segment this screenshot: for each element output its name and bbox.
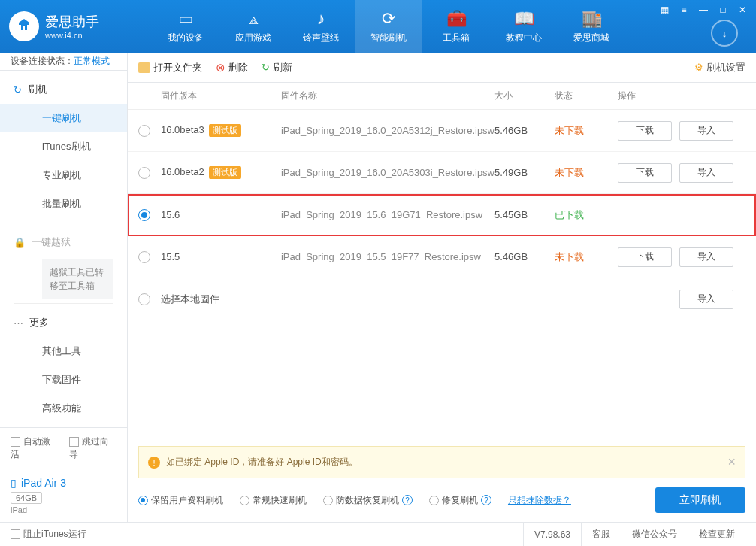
erase-only-link[interactable]: 只想抹除数据？ <box>508 494 571 507</box>
app-title: 爱思助手 <box>45 13 99 31</box>
status-badge: 未下载 <box>555 124 618 138</box>
radio-firmware[interactable] <box>138 251 150 263</box>
download-button[interactable]: 下载 <box>618 163 672 183</box>
app-header: 爱思助手 www.i4.cn ▭我的设备 ⟁应用游戏 ♪铃声壁纸 ⟳智能刷机 🧰… <box>0 0 756 53</box>
logo-icon <box>9 11 39 41</box>
sidebar-item-pro[interactable]: 专业刷机 <box>0 161 127 190</box>
menu-icon[interactable]: ≡ <box>675 3 693 17</box>
open-folder-button[interactable]: 打开文件夹 <box>138 61 202 74</box>
nav-device[interactable]: ▭我的设备 <box>152 0 219 53</box>
device-icon: ▭ <box>176 9 195 29</box>
radio-firmware[interactable] <box>138 167 150 179</box>
download-button[interactable]: 下载 <box>618 121 672 141</box>
nav-apps[interactable]: ⟁应用游戏 <box>219 0 287 53</box>
toolbar: 打开文件夹 ⊗删除 ↻刷新 ⚙刷机设置 <box>128 53 756 83</box>
app-logo: 爱思助手 www.i4.cn <box>9 11 144 41</box>
footer: 阻止iTunes运行 V7.98.63 客服 微信公众号 检查更新 <box>0 522 756 546</box>
status-badge: 未下载 <box>555 166 618 180</box>
wechat-button[interactable]: 微信公众号 <box>621 523 688 547</box>
sidebar-item-oneclick[interactable]: 一键刷机 <box>0 104 127 132</box>
option-anti-recovery[interactable]: 防数据恢复刷机? <box>323 494 413 507</box>
capacity-badge: 64GB <box>11 492 42 504</box>
nav-ringtone[interactable]: ♪铃声壁纸 <box>287 0 355 53</box>
status-mode: 正常模式 <box>74 55 110 68</box>
radio-firmware[interactable] <box>138 209 150 221</box>
device-info[interactable]: ▯iPad Air 3 64GB iPad <box>0 469 127 522</box>
refresh-button[interactable]: ↻刷新 <box>262 61 292 74</box>
main-content: 打开文件夹 ⊗删除 ↻刷新 ⚙刷机设置 固件版本 固件名称 大小 状态 操作 1… <box>128 53 756 522</box>
nav-toolbox[interactable]: 🧰工具箱 <box>422 0 490 53</box>
nav-tutorial[interactable]: 📖教程中心 <box>490 0 558 53</box>
nav-flash[interactable]: ⟳智能刷机 <box>355 0 422 53</box>
option-normal[interactable]: 常规快速刷机 <box>240 494 307 507</box>
firmware-row[interactable]: 15.6iPad_Spring_2019_15.6_19G71_Restore.… <box>128 194 756 236</box>
table-header: 固件版本 固件名称 大小 状态 操作 <box>128 83 756 110</box>
download-button[interactable]: 下载 <box>618 247 672 267</box>
app-url: www.i4.cn <box>45 31 99 40</box>
radio-local[interactable] <box>138 293 150 305</box>
sidebar-jailbreak-heading: 🔒一键越狱 <box>0 228 127 256</box>
status-badge: 未下载 <box>555 250 618 264</box>
gear-icon: ⚙ <box>694 62 703 73</box>
flash-options: 保留用户资料刷机 常规快速刷机 防数据恢复刷机? 修复刷机? 只想抹除数据？ 立… <box>138 487 745 513</box>
option-repair[interactable]: 修复刷机? <box>429 494 491 507</box>
maximize-icon[interactable]: □ <box>714 3 732 17</box>
settings-button[interactable]: ⚙刷机设置 <box>694 61 745 74</box>
option-keep-data[interactable]: 保留用户资料刷机 <box>138 494 223 507</box>
delete-button[interactable]: ⊗删除 <box>216 61 248 74</box>
sidebar-item-itunes[interactable]: iTunes刷机 <box>0 132 127 161</box>
book-icon: 📖 <box>514 9 534 29</box>
sidebar: 设备连接状态： 正常模式 ↻刷机 一键刷机 iTunes刷机 专业刷机 批量刷机… <box>0 53 128 522</box>
apps-icon: ⟁ <box>243 9 263 29</box>
firmware-row[interactable]: 15.5iPad_Spring_2019_15.5_19F77_Restore.… <box>128 236 756 278</box>
jailbreak-note: 越狱工具已转移至工具箱 <box>42 259 113 299</box>
music-icon: ♪ <box>311 9 331 29</box>
sidebar-item-other[interactable]: 其他工具 <box>0 337 127 366</box>
connection-status: 设备连接状态： 正常模式 <box>0 53 127 71</box>
help-icon[interactable]: ? <box>402 495 413 505</box>
window-controls: ▦ ≡ — □ ✕ <box>655 3 751 17</box>
import-local-button[interactable]: 导入 <box>679 290 733 309</box>
beta-badge: 测试版 <box>209 124 241 137</box>
import-button[interactable]: 导入 <box>679 121 733 141</box>
import-button[interactable]: 导入 <box>679 163 733 183</box>
delete-icon: ⊗ <box>216 61 225 74</box>
download-progress-icon[interactable]: ↓ <box>711 20 738 47</box>
local-firmware-row[interactable]: 选择本地固件 导入 <box>128 278 756 320</box>
beta-badge: 测试版 <box>209 166 241 179</box>
refresh-icon: ⟳ <box>379 9 398 29</box>
store-icon: 🏬 <box>582 9 601 29</box>
auto-activate-checkbox[interactable]: 自动激活 <box>11 435 57 461</box>
warning-icon: ! <box>148 457 160 469</box>
ipad-icon: ▯ <box>11 477 17 489</box>
close-icon[interactable]: ✕ <box>733 3 751 17</box>
skip-wizard-checkbox[interactable]: 跳过向导 <box>69 435 116 461</box>
status-badge: 已下载 <box>555 208 618 222</box>
close-warning-button[interactable]: × <box>727 454 736 470</box>
toolbox-icon: 🧰 <box>446 9 466 29</box>
radio-firmware[interactable] <box>138 125 150 137</box>
import-button[interactable]: 导入 <box>679 247 733 267</box>
flash-icon: ↻ <box>14 84 22 96</box>
flash-now-button[interactable]: 立即刷机 <box>655 487 745 513</box>
check-update-button[interactable]: 检查更新 <box>688 523 745 547</box>
more-icon: ⋯ <box>14 317 23 329</box>
skin-icon[interactable]: ▦ <box>655 3 673 17</box>
support-button[interactable]: 客服 <box>581 523 621 547</box>
minimize-icon[interactable]: — <box>694 3 712 17</box>
sidebar-item-download[interactable]: 下载固件 <box>0 366 127 394</box>
folder-icon <box>138 62 150 73</box>
sidebar-item-batch[interactable]: 批量刷机 <box>0 190 127 218</box>
lock-icon: 🔒 <box>14 237 26 248</box>
firmware-row[interactable]: 16.0beta2测试版iPad_Spring_2019_16.0_20A530… <box>128 152 756 194</box>
version-label: V7.98.63 <box>523 523 581 547</box>
sidebar-more-heading[interactable]: ⋯更多 <box>0 308 127 337</box>
block-itunes-checkbox[interactable]: 阻止iTunes运行 <box>11 528 86 541</box>
sidebar-flash-heading[interactable]: ↻刷机 <box>0 75 127 104</box>
refresh-icon: ↻ <box>262 62 270 73</box>
sidebar-item-advanced[interactable]: 高级功能 <box>0 394 127 423</box>
help-icon[interactable]: ? <box>481 495 491 505</box>
main-nav: ▭我的设备 ⟁应用游戏 ♪铃声壁纸 ⟳智能刷机 🧰工具箱 📖教程中心 🏬爱思商城 <box>152 0 625 53</box>
firmware-row[interactable]: 16.0beta3测试版iPad_Spring_2019_16.0_20A531… <box>128 110 756 152</box>
nav-store[interactable]: 🏬爱思商城 <box>558 0 625 53</box>
